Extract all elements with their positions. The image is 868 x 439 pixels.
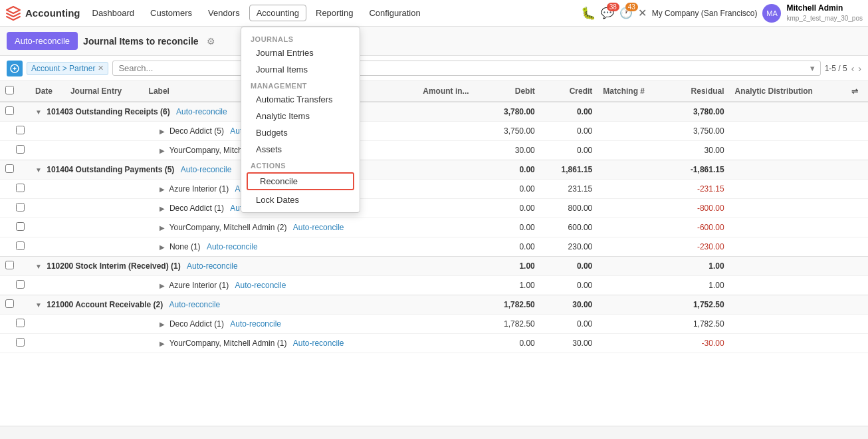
table-row: ▶ Deco Addict (1) Auto-reconcile 0.00 80… [0,199,868,218]
child-auto-reconcile[interactable]: Auto-reconcile [207,242,258,251]
child-checkbox[interactable] [16,319,25,327]
bug-icon-btn[interactable]: 🐛 [581,6,596,21]
app-logo[interactable]: Accounting [5,5,80,21]
group-credit: 30.00 [540,295,598,315]
table-row: ▶ None (1) Auto-reconcile 0.00 230.00 -2… [0,237,868,257]
child-auto-reconcile[interactable]: Auto-reconcile [235,281,286,290]
child-journal-entry [65,218,144,237]
close-icon-btn[interactable]: ✕ [638,7,647,19]
child-residual: -230.00 [663,237,729,257]
horizontal-scrollbar[interactable] [0,426,868,439]
dropdown-journal-entries[interactable]: Journal Entries [241,45,360,61]
search-box: ▾ [112,61,820,76]
toggle-icon[interactable]: ▼ [35,108,42,116]
dropdown-reconcile[interactable]: Reconcile [247,172,354,190]
child-auto-reconcile[interactable]: Auto-reconcile [230,319,281,329]
dropdown-budgets[interactable]: Budgets [241,124,360,141]
child-amount [403,334,475,353]
chat-icon-btn[interactable]: 💬 38 [601,7,614,19]
activity-icon-btn[interactable]: 🕐 43 [619,7,633,19]
nav-vendors[interactable]: Vendors [201,5,247,21]
dropdown-assets[interactable]: Assets [241,141,360,158]
child-toggle-icon[interactable]: ▶ [160,147,165,154]
child-amount [403,141,475,160]
group-matching [597,102,663,122]
settings-icon[interactable]: ⚙ [207,36,215,47]
group-analytic [730,102,841,122]
user-sub: kmp_2_test_may_30_pos [786,14,863,23]
child-matching [597,180,663,199]
nav-configuration[interactable]: Configuration [362,5,427,21]
child-checkbox[interactable] [16,184,25,192]
filter-tag-remove[interactable]: ✕ [98,64,104,73]
group-checkbox[interactable] [5,164,14,173]
child-toggle-icon[interactable]: ▶ [160,340,165,347]
col-credit: Credit [540,81,598,102]
nav-reporting[interactable]: Reporting [309,5,360,21]
child-toggle-icon[interactable]: ▶ [160,321,165,328]
child-toggle-icon[interactable]: ▶ [160,205,165,212]
group-auto-reconcile[interactable]: Auto-reconcile [187,261,238,271]
dropdown-lock-dates[interactable]: Lock Dates [241,192,360,208]
group-auto-reconcile[interactable]: Auto-reconcile [181,165,232,174]
child-toggle-icon[interactable]: ▶ [160,128,165,135]
search-dropdown-icon[interactable]: ▾ [810,63,815,73]
next-page-button[interactable]: › [858,63,861,74]
child-journal-entry [65,315,144,334]
group-checkbox[interactable] [5,299,14,308]
child-residual: -800.00 [663,199,729,218]
child-toggle-icon[interactable]: ▶ [160,243,165,251]
child-residual: 30.00 [663,141,729,160]
toggle-icon[interactable]: ▼ [35,301,42,309]
child-debit: 0.00 [475,199,540,218]
child-checkbox[interactable] [16,126,25,134]
avatar: MA [762,4,781,23]
child-checkbox[interactable] [16,203,25,212]
child-date [30,199,65,218]
toggle-icon[interactable]: ▼ [35,166,42,174]
child-credit: 230.00 [540,237,598,257]
child-checkbox[interactable] [16,241,25,250]
child-checkbox[interactable] [16,222,25,231]
col-settings[interactable]: ⇌ [841,81,868,102]
child-analytic [730,315,841,334]
child-journal-entry [65,237,144,257]
group-residual: 1,752.50 [663,295,729,315]
child-amount [403,122,475,141]
child-checkbox[interactable] [16,280,25,289]
nav-customers[interactable]: Customers [144,5,199,21]
group-analytic [730,257,841,276]
company-selector[interactable]: My Company (San Francisco) [652,9,758,18]
child-extra [841,334,868,353]
child-journal-entry [65,180,144,199]
child-toggle-icon[interactable]: ▶ [160,186,165,193]
account-icon [7,61,23,76]
child-checkbox[interactable] [16,145,25,154]
group-auto-reconcile[interactable]: Auto-reconcile [176,107,227,116]
filter-tag-account-partner[interactable]: Account > Partner ✕ [27,62,108,75]
child-checkbox[interactable] [16,338,25,347]
group-checkbox[interactable] [5,261,14,269]
auto-reconcile-button[interactable]: Auto-reconcile [7,32,78,50]
table-row: ▶ YourCompany, Mitchell Admin (1) Auto-r… [0,334,868,353]
child-date [30,180,65,199]
nav-accounting[interactable]: Accounting [249,5,306,21]
child-auto-reconcile[interactable]: Auto-reconcile [293,339,344,348]
child-matching [597,315,663,334]
dropdown-analytic-items[interactable]: Analytic Items [241,108,360,124]
toggle-icon[interactable]: ▼ [35,263,42,270]
group-auto-reconcile[interactable]: Auto-reconcile [169,300,221,309]
child-toggle-icon[interactable]: ▶ [160,224,165,231]
dropdown-automatic-transfers[interactable]: Automatic Transfers [241,91,360,108]
navbar: Accounting Dashboard Customers Vendors A… [0,0,868,27]
child-toggle-icon[interactable]: ▶ [160,282,165,289]
nav-dashboard[interactable]: Dashboard [86,5,142,21]
child-amount [403,199,475,218]
dropdown-journal-items[interactable]: Journal Items [241,61,360,78]
prev-page-button[interactable]: ‹ [851,63,855,74]
group-checkbox[interactable] [5,106,14,115]
search-input[interactable] [118,63,810,73]
child-auto-reconcile[interactable]: Auto-reconcile [293,223,344,232]
dropdown-section-journals: Journals [241,31,360,45]
select-all-checkbox[interactable] [5,86,14,94]
